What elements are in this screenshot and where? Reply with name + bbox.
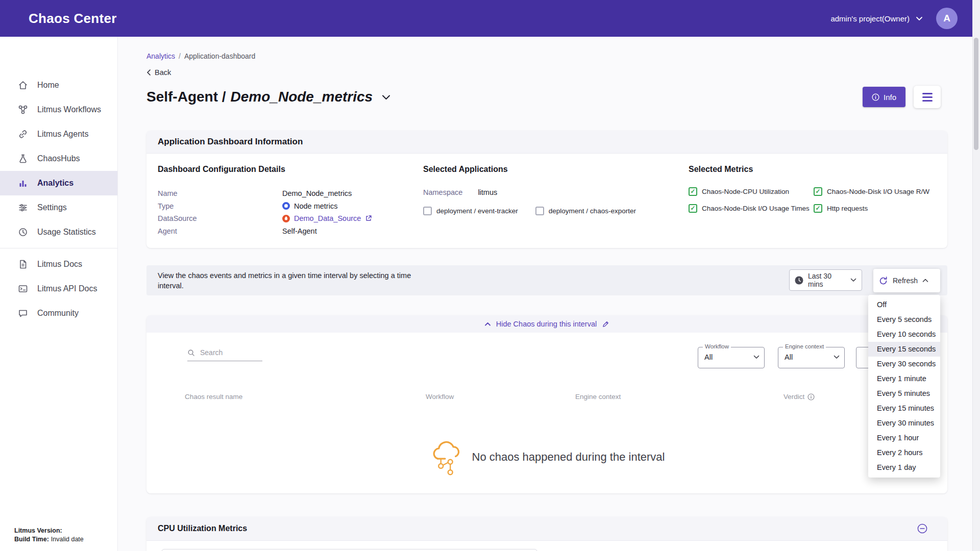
metric-checkbox-http-requests[interactable]: Http requests <box>814 204 947 213</box>
version-label: Litmus Version: <box>14 527 84 535</box>
refresh-option-1d[interactable]: Every 1 day <box>868 460 940 475</box>
checkbox-unchecked-icon[interactable] <box>535 207 544 215</box>
chevron-down-icon <box>834 355 840 359</box>
sidebar-item-home[interactable]: Home <box>0 73 117 97</box>
filter-value: All <box>785 353 793 361</box>
dashboard-switcher-chevron-icon[interactable] <box>382 94 390 100</box>
chaos-toggle-band: Hide Chaos during this interval <box>146 315 947 333</box>
refresh-option-15m[interactable]: Every 15 minutes <box>868 401 940 416</box>
metric-checkbox-disk-io-rw[interactable]: Chaos-Node-Disk I/O Usage R/W <box>814 187 947 196</box>
refresh-option-10s[interactable]: Every 10 seconds <box>868 327 940 342</box>
refresh-option-5m[interactable]: Every 5 minutes <box>868 386 940 401</box>
interval-description: View the chaos events and metrics in a g… <box>158 270 411 291</box>
application-checkbox-event-tracker[interactable]: deployment / event-tracker <box>423 207 518 215</box>
workflow-filter[interactable]: Workflow All <box>698 347 765 368</box>
refresh-option-30m[interactable]: Every 30 minutes <box>868 416 940 431</box>
breadcrumb-analytics[interactable]: Analytics <box>146 52 175 60</box>
info-button[interactable]: Info <box>863 87 905 107</box>
sidebar-item-community[interactable]: Community <box>0 301 117 325</box>
sidebar-item-label: Litmus API Docs <box>37 284 97 293</box>
engine-context-filter[interactable]: Engine context All <box>778 347 845 368</box>
refresh-dropdown-trigger[interactable]: Refresh <box>873 269 940 292</box>
interval-bar: View the chaos events and metrics in a g… <box>146 265 947 295</box>
time-range-select[interactable]: Last 30 mins <box>789 269 862 291</box>
refresh-label: Refresh <box>893 277 918 285</box>
sidebar-item-label: Litmus Docs <box>37 260 82 269</box>
chevron-down-icon[interactable] <box>916 16 923 21</box>
checkbox-checked-icon[interactable] <box>814 204 822 213</box>
sidebar-item-settings[interactable]: Settings <box>0 195 117 220</box>
search-field[interactable] <box>187 348 262 361</box>
config-label: DataSource <box>158 212 282 225</box>
selected-metrics-column: Selected Metrics Chaos-Node-CPU Utilizat… <box>689 165 947 237</box>
chevron-down-icon <box>850 278 856 282</box>
agents-icon <box>17 129 29 140</box>
info-button-label: Info <box>884 93 896 102</box>
sidebar-item-chaoshubs[interactable]: ChaosHubs <box>0 146 117 171</box>
dashboard-info-card: Application Dashboard Information Dashbo… <box>146 131 947 248</box>
search-icon <box>187 349 195 357</box>
refresh-option-1m[interactable]: Every 1 minute <box>868 371 940 386</box>
project-selector[interactable]: admin's project(Owner) <box>830 14 910 23</box>
refresh-option-1h[interactable]: Every 1 hour <box>868 431 940 445</box>
checkbox-checked-icon[interactable] <box>814 187 822 196</box>
checkbox-unchecked-icon[interactable] <box>423 207 432 215</box>
application-checkbox-chaos-exporter[interactable]: deployment / chaos-exporter <box>535 207 636 215</box>
verdict-info-icon[interactable] <box>807 393 815 400</box>
prometheus-icon <box>282 215 290 222</box>
external-link-icon[interactable] <box>365 215 372 222</box>
pencil-icon[interactable] <box>602 320 609 328</box>
top-bar: Chaos Center admin's project(Owner) A <box>0 0 980 37</box>
back-button[interactable]: Back <box>146 68 171 77</box>
node-metrics-icon <box>282 202 290 210</box>
sidebar: Home Litmus Workflows Litmus Agents Chao… <box>0 37 118 551</box>
metric-checkbox-cpu-utilization[interactable]: Chaos-Node-CPU Utilization <box>689 187 814 196</box>
avatar[interactable]: A <box>936 8 958 29</box>
sidebar-item-label: Usage Statistics <box>37 228 96 237</box>
checkbox-label: deployment / chaos-exporter <box>549 207 636 215</box>
sidebar-item-label: Analytics <box>37 179 74 188</box>
cpu-metrics-card: CPU Utilization Metrics <box>146 517 947 551</box>
config-label: Type <box>158 200 282 213</box>
sidebar-item-label: Litmus Workflows <box>37 105 101 114</box>
sidebar-item-litmus-agents[interactable]: Litmus Agents <box>0 122 117 146</box>
table-header-workflow: Workflow <box>426 393 454 400</box>
refresh-option-5s[interactable]: Every 5 seconds <box>868 312 940 327</box>
workflows-icon <box>17 104 29 115</box>
sidebar-item-litmus-workflows[interactable]: Litmus Workflows <box>0 97 117 122</box>
checkbox-checked-icon[interactable] <box>689 204 697 213</box>
sidebar-item-usage-statistics[interactable]: Usage Statistics <box>0 220 117 244</box>
dashboard-options-button[interactable] <box>914 86 941 108</box>
sidebar-item-analytics[interactable]: Analytics <box>0 171 117 195</box>
sidebar-item-label: ChaosHubs <box>37 154 80 163</box>
sidebar-item-litmus-api-docs[interactable]: Litmus API Docs <box>0 277 117 301</box>
vertical-scrollbar[interactable] <box>972 0 980 551</box>
filter-label: Workflow <box>703 343 731 349</box>
config-label: Agent <box>158 225 282 238</box>
minus-circle-icon[interactable] <box>917 523 927 534</box>
selected-applications-column: Selected Applications Namespace litmus d… <box>423 165 689 237</box>
refresh-option-2h[interactable]: Every 2 hours <box>868 445 940 460</box>
sidebar-item-label: Community <box>37 309 79 318</box>
scrollbar-thumb[interactable] <box>974 38 978 150</box>
sidebar-item-litmus-docs[interactable]: Litmus Docs <box>0 252 117 277</box>
chevron-up-icon[interactable] <box>484 322 491 327</box>
metric-checkbox-disk-io-times[interactable]: Chaos-Node-Disk I/O Usage Times <box>689 204 814 213</box>
refresh-option-off[interactable]: Off <box>868 297 940 312</box>
hide-chaos-toggle[interactable]: Hide Chaos during this interval <box>496 320 597 328</box>
page-title: Self-Agent / Demo_Node_metrics <box>146 89 373 105</box>
table-header-verdict: Verdict <box>783 393 815 400</box>
datasource-link[interactable]: Demo_Data_Source <box>294 212 361 225</box>
refresh-dropdown-menu: Off Every 5 seconds Every 10 seconds Eve… <box>868 295 940 478</box>
metrics-heading: Selected Metrics <box>689 165 947 174</box>
chaos-table-card: Hide Chaos during this interval Workflow… <box>146 315 947 493</box>
refresh-option-30s[interactable]: Every 30 seconds <box>868 357 940 371</box>
refresh-option-15s-selected[interactable]: Every 15 seconds <box>868 342 940 357</box>
chevron-left-icon <box>146 69 151 76</box>
search-input[interactable] <box>199 348 257 357</box>
refresh-icon[interactable] <box>878 276 888 286</box>
checkbox-checked-icon[interactable] <box>689 187 697 196</box>
config-row-agent: Agent Self-Agent <box>158 225 423 238</box>
dashboard-name: Demo_Node_metrics <box>231 89 373 105</box>
build-time-label: Build Time: <box>14 536 49 543</box>
